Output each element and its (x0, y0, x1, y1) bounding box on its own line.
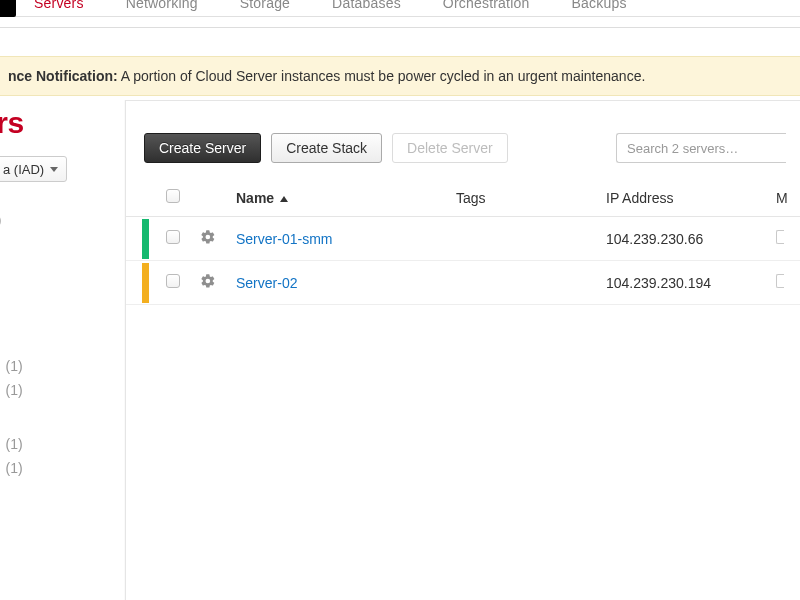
nav-item-backups[interactable]: Backups (571, 0, 626, 11)
region-select-label: a (IAD) (3, 162, 44, 177)
chevron-down-icon (50, 167, 58, 172)
column-ip[interactable]: IP Address (596, 181, 766, 217)
create-server-button[interactable]: Create Server (144, 133, 261, 163)
nav-item-servers[interactable]: Servers (34, 0, 84, 11)
table-row: Server-02 104.239.230.194 (126, 261, 800, 305)
server-link[interactable]: Server-01-smm (236, 231, 332, 247)
sidebar-count: .. (1) (0, 460, 23, 476)
brand-mark (0, 0, 16, 17)
create-stack-button[interactable]: Create Stack (271, 133, 382, 163)
server-link[interactable]: Server-02 (236, 275, 297, 291)
column-name[interactable]: Name (226, 181, 446, 217)
sidebar-count: .. (1) (0, 436, 23, 452)
row-checkbox[interactable] (166, 274, 180, 288)
gear-icon[interactable] (200, 273, 216, 289)
top-nav: Servers Networking Storage Databases Orc… (0, 0, 800, 17)
select-all-checkbox[interactable] (166, 189, 180, 203)
nav-item-networking[interactable]: Networking (126, 0, 198, 11)
table-header: Name Tags IP Address M (126, 181, 800, 217)
sidebar-count: 2) (0, 212, 2, 228)
nav-item-orchestration[interactable]: Orchestration (443, 0, 530, 11)
nav-divider (0, 27, 800, 28)
table-row: Server-01-smm 104.239.230.66 (126, 217, 800, 261)
banner-prefix: nce Notification: (8, 68, 118, 84)
ip-address: 104.239.230.66 (596, 217, 766, 261)
page-title: vers (0, 106, 24, 140)
row-checkbox[interactable] (166, 230, 180, 244)
sidebar-count: .. (1) (0, 358, 23, 374)
column-monitoring[interactable]: M (766, 181, 800, 217)
monitoring-badge (776, 230, 784, 244)
main-panel: Create Server Create Stack Delete Server… (125, 100, 800, 600)
monitoring-badge (776, 274, 784, 288)
nav-item-databases[interactable]: Databases (332, 0, 401, 11)
servers-table: Name Tags IP Address M Server-01-smm 104… (126, 181, 800, 305)
region-select[interactable]: a (IAD) (0, 156, 67, 182)
maintenance-banner: nce Notification: A portion of Cloud Ser… (0, 56, 800, 96)
search-input[interactable] (616, 133, 786, 163)
status-indicator (142, 219, 149, 259)
toolbar: Create Server Create Stack Delete Server (126, 101, 800, 181)
ip-address: 104.239.230.194 (596, 261, 766, 305)
nav-item-storage[interactable]: Storage (240, 0, 290, 11)
sidebar-count: .. (1) (0, 382, 23, 398)
column-tags[interactable]: Tags (446, 181, 596, 217)
gear-icon[interactable] (200, 229, 216, 245)
banner-message: A portion of Cloud Server instances must… (118, 68, 646, 84)
delete-server-button: Delete Server (392, 133, 508, 163)
status-indicator (142, 263, 149, 303)
